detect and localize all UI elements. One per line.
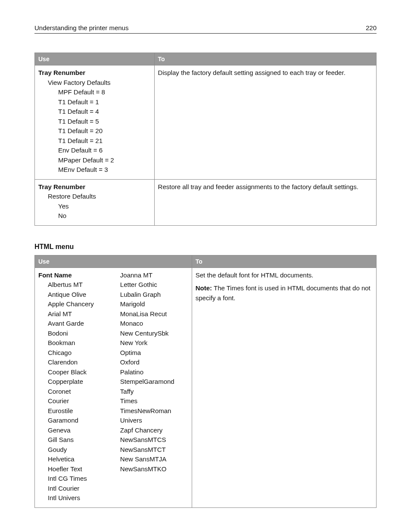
font-item: Albertus MT: [38, 280, 113, 290]
use-cell: Tray Renumber Restore Defaults Yes No: [35, 179, 155, 225]
font-item: Intl Courier: [38, 484, 113, 494]
font-item: Bodoni: [38, 329, 113, 339]
font-item: StempelGaramond: [120, 377, 188, 387]
table-row: Tray Renumber View Factory Defaults MPF …: [35, 65, 377, 180]
font-item: Palatino: [120, 367, 188, 377]
font-item: Intl Univers: [38, 493, 113, 503]
list-item: Yes: [38, 202, 151, 212]
font-item: Helvetica: [38, 454, 113, 464]
list-item: Env Default = 6: [38, 146, 151, 156]
list-item: MEnv Default = 3: [38, 165, 151, 175]
font-item: New York: [120, 338, 188, 348]
font-item: Marigold: [120, 299, 188, 309]
to-cell: Set the default font for HTML documents.…: [192, 268, 376, 507]
font-item: Zapf Chancery: [120, 426, 188, 436]
col-header-use: Use: [35, 255, 192, 268]
font-item: Letter Gothic: [120, 280, 188, 290]
col-header-use: Use: [35, 53, 155, 65]
section-heading-html-menu: HTML menu: [34, 243, 377, 251]
font-item: Optima: [120, 348, 188, 358]
list-item: T1 Default = 20: [38, 126, 151, 136]
font-item: Lubalin Graph: [120, 290, 188, 300]
row-title: Font Name: [38, 271, 113, 280]
font-item: Joanna MT: [120, 271, 188, 280]
font-item: Avant Garde: [38, 319, 113, 329]
note: Note: The Times font is used in HTML doc…: [196, 283, 373, 303]
row-title: Tray Renumber: [38, 182, 151, 192]
list-item: MPaper Default = 2: [38, 156, 151, 165]
font-item: NewSansMTKO: [120, 464, 188, 474]
page-header: Understanding the printer menus 220: [34, 24, 377, 34]
font-item: Antique Olive: [38, 290, 113, 300]
list-item: T1 Default = 21: [38, 136, 151, 146]
font-item: Univers: [120, 416, 188, 426]
font-item: Courier: [38, 396, 113, 406]
font-item: Times: [120, 396, 188, 406]
font-item: Hoefler Text: [38, 464, 113, 474]
use-cell-col2: Joanna MT Letter Gothic Lubalin Graph Ma…: [117, 268, 192, 507]
font-item: Garamond: [38, 416, 113, 426]
font-item: Clarendon: [38, 358, 113, 367]
font-item: Geneva: [38, 426, 113, 436]
note-label: Note:: [196, 284, 212, 292]
col-header-to: To: [154, 53, 376, 65]
to-text: Set the default font for HTML documents.: [196, 271, 373, 280]
use-cell: Tray Renumber View Factory Defaults MPF …: [35, 65, 155, 180]
row-title: Tray Renumber: [38, 68, 151, 78]
font-item: Monaco: [120, 319, 188, 329]
row-subtitle: Restore Defaults: [38, 192, 151, 202]
to-cell: Display the factory default setting assi…: [154, 65, 376, 180]
list-item: T1 Default = 4: [38, 107, 151, 117]
font-item: Chicago: [38, 348, 113, 358]
to-cell: Restore all tray and feeder assignments …: [154, 179, 376, 225]
col-header-to: To: [192, 255, 376, 268]
font-item: Copperplate: [38, 377, 113, 387]
list-item: T1 Default = 5: [38, 117, 151, 127]
font-item: New SansMTJA: [120, 454, 188, 464]
list-item: No: [38, 211, 151, 221]
font-item: MonaLisa Recut: [120, 309, 188, 319]
font-item: Gill Sans: [38, 435, 113, 445]
font-item: Apple Chancery: [38, 299, 113, 309]
page-number: 220: [366, 24, 377, 31]
tray-renumber-table: Use To Tray Renumber View Factory Defaul…: [34, 53, 377, 226]
font-item: Intl CG Times: [38, 474, 113, 484]
page-title: Understanding the printer menus: [34, 24, 128, 31]
list-item: MPF Default = 8: [38, 87, 151, 97]
table-row: Font Name Albertus MT Antique Olive Appl…: [35, 268, 377, 507]
font-item: Arial MT: [38, 309, 113, 319]
list-item: T1 Default = 1: [38, 97, 151, 107]
font-item: Coronet: [38, 387, 113, 397]
row-subtitle: View Factory Defaults: [38, 78, 151, 88]
note-text: The Times font is used in HTML documents…: [196, 284, 371, 302]
table-row: Tray Renumber Restore Defaults Yes No Re…: [35, 179, 377, 225]
font-item: Eurostile: [38, 406, 113, 416]
page: Understanding the printer menus 220 Use …: [0, 0, 411, 532]
font-item: Cooper Black: [38, 367, 113, 377]
font-item: Oxford: [120, 358, 188, 367]
font-item: NewSansMTCT: [120, 445, 188, 455]
font-item: New CenturySbk: [120, 329, 188, 339]
font-item: Bookman: [38, 338, 113, 348]
font-item: Taffy: [120, 387, 188, 397]
font-item: Goudy: [38, 445, 113, 455]
font-item: NewSansMTCS: [120, 435, 188, 445]
use-cell-col1: Font Name Albertus MT Antique Olive Appl…: [35, 268, 117, 507]
font-item: TimesNewRoman: [120, 406, 188, 416]
html-menu-table: Use To Font Name Albertus MT Antique Oli…: [34, 255, 377, 508]
